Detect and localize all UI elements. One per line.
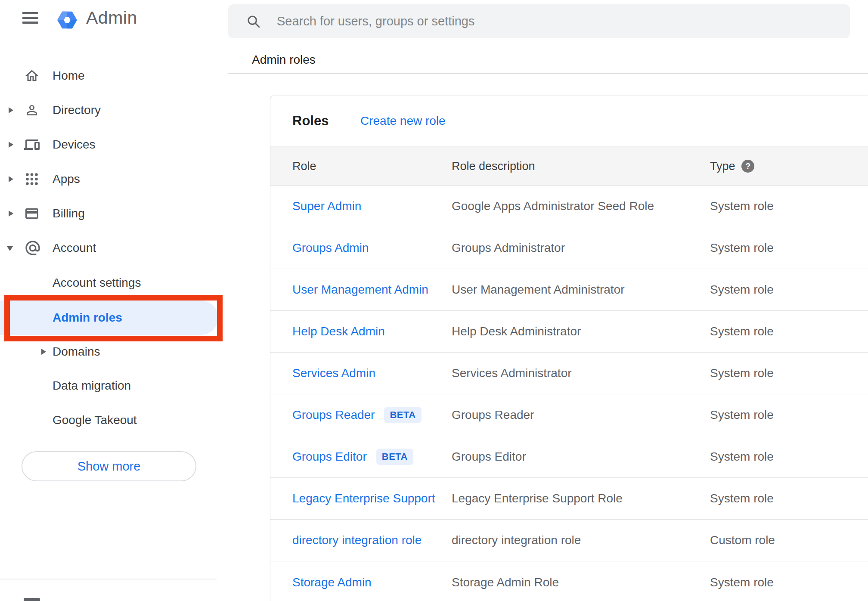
sidebar-item-label: Account settings bbox=[53, 273, 141, 292]
role-type: System role bbox=[710, 186, 774, 227]
credit-card-icon bbox=[24, 206, 40, 221]
role-description: Google Apps Administrator Seed Role bbox=[452, 186, 654, 227]
role-link[interactable]: Groups Editor bbox=[292, 450, 367, 464]
role-type: System role bbox=[710, 311, 774, 352]
table-row: Storage Admin Storage Admin Role System … bbox=[270, 561, 868, 601]
roles-table-body: Super Admin Google Apps Administrator Se… bbox=[270, 186, 868, 601]
expand-arrow-icon[interactable] bbox=[41, 349, 46, 355]
breadcrumb: Admin roles bbox=[252, 52, 316, 68]
role-description: Help Desk Administrator bbox=[452, 311, 581, 352]
expand-arrow-icon[interactable] bbox=[9, 211, 13, 217]
role-description: Services Administrator bbox=[452, 353, 572, 394]
sidebar-item-data-migration[interactable]: Data migration bbox=[0, 376, 228, 395]
column-header-type: Type bbox=[710, 146, 735, 186]
admin-console-screen: Admin Search for users, groups or settin… bbox=[0, 0, 868, 601]
sidebar-item-label: Devices bbox=[53, 135, 96, 154]
hamburger-menu-icon[interactable] bbox=[22, 12, 38, 24]
role-type: System role bbox=[710, 269, 774, 310]
help-icon[interactable]: ? bbox=[741, 160, 754, 173]
role-link[interactable]: Groups Reader bbox=[292, 408, 375, 422]
role-description: Groups Administrator bbox=[452, 227, 565, 269]
show-more-button[interactable]: Show more bbox=[22, 451, 196, 481]
devices-icon bbox=[24, 137, 40, 152]
create-new-role-link[interactable]: Create new role bbox=[360, 96, 446, 146]
beta-badge: BETA bbox=[376, 449, 413, 465]
beta-badge: BETA bbox=[384, 407, 421, 423]
sidebar-item-label: Billing bbox=[53, 204, 85, 223]
sidebar-item-label: Data migration bbox=[53, 376, 131, 395]
sidebar-item-account[interactable]: Account bbox=[0, 239, 228, 257]
role-description: Groups Reader bbox=[452, 394, 534, 436]
column-header-description: Role description bbox=[452, 146, 535, 186]
role-type: System role bbox=[710, 561, 774, 601]
table-row: Groups Admin Groups Administrator System… bbox=[270, 227, 868, 269]
roles-panel: Roles Create new role Role Role descript… bbox=[270, 96, 868, 601]
admin-logo-icon bbox=[55, 8, 80, 32]
app-title: Admin bbox=[86, 8, 137, 28]
expand-arrow-icon[interactable] bbox=[9, 176, 13, 182]
role-type: System role bbox=[710, 353, 774, 394]
role-type: System role bbox=[710, 227, 774, 269]
role-link[interactable]: Services Admin bbox=[292, 366, 375, 380]
role-link[interactable]: directory integration role bbox=[292, 533, 422, 547]
sidebar-item-account-settings[interactable]: Account settings bbox=[0, 273, 228, 292]
table-header-row: Role Role description Type ? bbox=[270, 146, 868, 186]
collapse-arrow-icon[interactable] bbox=[7, 246, 13, 251]
sidebar-item-domains[interactable]: Domains bbox=[0, 342, 228, 361]
role-link[interactable]: User Management Admin bbox=[292, 283, 428, 297]
sidebar-item-label: Home bbox=[53, 66, 85, 85]
sidebar-item-label: Apps bbox=[53, 170, 80, 189]
sidebar-item-label: Domains bbox=[53, 342, 100, 361]
sidebar-item-admin-roles[interactable]: Admin roles bbox=[0, 308, 228, 327]
sidebar-item-apps[interactable]: Apps bbox=[0, 170, 228, 189]
roles-panel-header: Roles Create new role bbox=[270, 96, 868, 146]
column-header-role: Role bbox=[292, 146, 316, 186]
role-link[interactable]: Storage Admin bbox=[292, 576, 372, 589]
table-row: Legacy Enterprise Support Legacy Enterpr… bbox=[270, 478, 868, 520]
search-input[interactable]: Search for users, groups or settings bbox=[277, 4, 474, 38]
role-link[interactable]: Groups Admin bbox=[292, 241, 369, 255]
role-link[interactable]: Legacy Enterprise Support bbox=[292, 492, 435, 505]
sidebar-item-label: Directory bbox=[53, 101, 101, 120]
table-row: Help Desk Admin Help Desk Administrator … bbox=[270, 311, 868, 353]
table-row: directory integration role directory int… bbox=[270, 520, 868, 561]
table-row: Services Admin Services Administrator Sy… bbox=[270, 353, 868, 394]
sidebar-item-google-takeout[interactable]: Google Takeout bbox=[0, 411, 228, 430]
person-icon bbox=[24, 102, 40, 118]
home-icon bbox=[24, 68, 40, 84]
table-row: Super Admin Google Apps Administrator Se… bbox=[270, 186, 868, 227]
role-type: System role bbox=[710, 478, 774, 519]
clipped-sidebar-icon bbox=[24, 598, 40, 601]
panel-title: Roles bbox=[292, 96, 329, 146]
search-bar[interactable]: Search for users, groups or settings bbox=[228, 4, 850, 38]
expand-arrow-icon[interactable] bbox=[9, 107, 13, 113]
role-type: System role bbox=[710, 436, 774, 477]
at-sign-icon bbox=[24, 239, 41, 257]
sidebar-item-home[interactable]: Home bbox=[0, 66, 228, 85]
role-description: Legacy Enterprise Support Role bbox=[452, 478, 623, 519]
table-row: User Management Admin User Management Ad… bbox=[270, 269, 868, 311]
role-link[interactable]: Help Desk Admin bbox=[292, 325, 385, 338]
role-description: User Management Administrator bbox=[452, 269, 625, 310]
search-icon bbox=[246, 14, 261, 29]
role-description: Groups Editor bbox=[452, 436, 526, 477]
role-link[interactable]: Super Admin bbox=[292, 199, 361, 213]
sidebar-item-directory[interactable]: Directory bbox=[0, 101, 228, 120]
expand-arrow-icon[interactable] bbox=[9, 142, 13, 148]
breadcrumb-divider bbox=[228, 73, 868, 74]
sidebar-item-label: Admin roles bbox=[53, 308, 122, 327]
sidebar-item-devices[interactable]: Devices bbox=[0, 135, 228, 154]
role-description: directory integration role bbox=[452, 520, 581, 561]
role-type: Custom role bbox=[710, 520, 775, 561]
table-row: Groups Reader BETA Groups Reader System … bbox=[270, 394, 868, 436]
sidebar-item-label: Google Takeout bbox=[53, 411, 137, 430]
apps-grid-icon bbox=[24, 171, 40, 187]
sidebar-divider bbox=[0, 579, 217, 579]
table-row: Groups Editor BETA Groups Editor System … bbox=[270, 436, 868, 478]
sidebar-item-label: Account bbox=[53, 239, 96, 257]
role-type: System role bbox=[710, 394, 774, 436]
role-description: Storage Admin Role bbox=[452, 561, 559, 601]
sidebar-item-billing[interactable]: Billing bbox=[0, 204, 228, 223]
